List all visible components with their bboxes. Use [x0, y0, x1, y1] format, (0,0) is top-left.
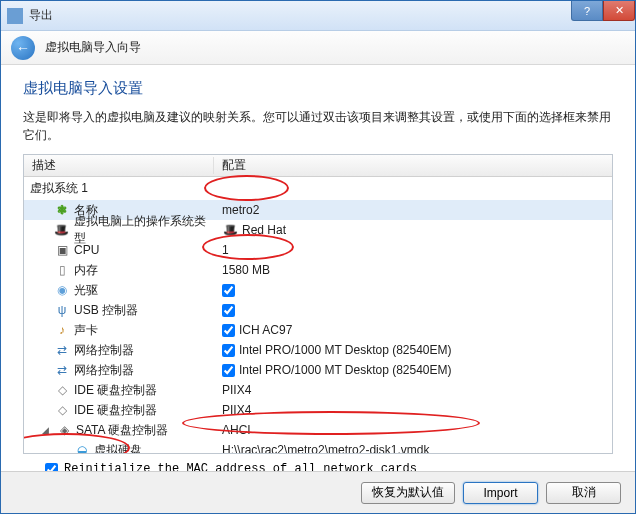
table-row[interactable]: ▣CPU1: [24, 240, 612, 260]
redhat-icon: 🎩: [54, 222, 70, 238]
row-value: metro2: [222, 203, 259, 217]
row-label: 网络控制器: [74, 362, 134, 379]
net-icon: ⇄: [54, 362, 70, 378]
page-description: 这是即将导入的虚拟电脑及建议的映射关系。您可以通过双击该项目来调整其设置，或使用…: [23, 108, 613, 144]
cpu-icon: ▣: [54, 242, 70, 258]
table-row[interactable]: 🎩虚拟电脑上的操作系统类型🎩Red Hat: [24, 220, 612, 240]
mem-icon: ▯: [54, 262, 70, 278]
row-value: PIIX4: [222, 403, 251, 417]
sound-icon: ♪: [54, 322, 70, 338]
table-row[interactable]: ⇄网络控制器Intel PRO/1000 MT Desktop (82540EM…: [24, 360, 612, 380]
net-icon: ⇄: [54, 342, 70, 358]
titlebar-text: 导出: [29, 7, 53, 24]
row-value: ICH AC97: [239, 323, 292, 337]
table-row[interactable]: ⇄网络控制器Intel PRO/1000 MT Desktop (82540EM…: [24, 340, 612, 360]
arrow-left-icon: ←: [16, 40, 30, 56]
app-icon: [7, 8, 23, 24]
row-value: PIIX4: [222, 383, 251, 397]
row-checkbox[interactable]: [222, 364, 235, 377]
page-title: 虚拟电脑导入设置: [23, 79, 613, 98]
wizard-title: 虚拟电脑导入向导: [45, 39, 141, 56]
table-row[interactable]: ◉光驱: [24, 280, 612, 300]
row-value: Red Hat: [242, 223, 286, 237]
expand-toggle-icon[interactable]: ◢: [40, 425, 50, 435]
row-checkbox[interactable]: [222, 324, 235, 337]
table-row[interactable]: ◒虚拟硬盘H:\\rac\rac2\metro2\metro2-disk1.vm…: [24, 440, 612, 454]
table-row[interactable]: ▯内存1580 MB: [24, 260, 612, 280]
row-value: Intel PRO/1000 MT Desktop (82540EM): [239, 343, 452, 357]
table-row[interactable]: ψUSB 控制器: [24, 300, 612, 320]
table-row[interactable]: ♪声卡ICH AC97: [24, 320, 612, 340]
settings-table: 描述 配置 虚拟系统 1 ❃名称metro2🎩虚拟电脑上的操作系统类型🎩Red …: [23, 154, 613, 454]
restore-defaults-button[interactable]: 恢复为默认值: [361, 482, 455, 504]
row-value: H:\\rac\rac2\metro2\metro2-disk1.vmdk: [222, 443, 429, 454]
row-checkbox[interactable]: [222, 284, 235, 297]
row-label: SATA 硬盘控制器: [76, 422, 168, 439]
import-button[interactable]: Import: [463, 482, 538, 504]
table-row[interactable]: ◇IDE 硬盘控制器PIIX4: [24, 380, 612, 400]
disk-icon: ◒: [74, 442, 90, 454]
row-label: IDE 硬盘控制器: [74, 402, 157, 419]
row-checkbox[interactable]: [222, 304, 235, 317]
col-config[interactable]: 配置: [214, 157, 612, 174]
table-row[interactable]: ◢◈SATA 硬盘控制器AHCI: [24, 420, 612, 440]
help-button[interactable]: ?: [571, 1, 603, 21]
row-label: USB 控制器: [74, 302, 138, 319]
button-bar: 恢复为默认值 Import 取消: [1, 471, 635, 513]
row-value: AHCI: [222, 423, 251, 437]
wizard-header: ← 虚拟电脑导入向导: [1, 31, 635, 65]
cancel-button[interactable]: 取消: [546, 482, 621, 504]
row-label: IDE 硬盘控制器: [74, 382, 157, 399]
row-checkbox[interactable]: [222, 344, 235, 357]
row-value: Intel PRO/1000 MT Desktop (82540EM): [239, 363, 452, 377]
redhat-icon: 🎩: [222, 222, 238, 238]
row-label: 内存: [74, 262, 98, 279]
row-label: 虚拟硬盘: [94, 442, 142, 455]
row-label: 声卡: [74, 322, 98, 339]
ide-icon: ◇: [54, 382, 70, 398]
back-button[interactable]: ←: [11, 36, 35, 60]
group-row[interactable]: 虚拟系统 1: [24, 177, 612, 200]
usb-icon: ψ: [54, 302, 70, 318]
col-description[interactable]: 描述: [24, 157, 214, 174]
cd-icon: ◉: [54, 282, 70, 298]
row-label: 网络控制器: [74, 342, 134, 359]
titlebar: 导出 ? ✕: [1, 1, 635, 31]
table-row[interactable]: ◇IDE 硬盘控制器PIIX4: [24, 400, 612, 420]
row-label: CPU: [74, 243, 99, 257]
close-button[interactable]: ✕: [603, 1, 635, 21]
sata-icon: ◈: [56, 422, 72, 438]
ide-icon: ◇: [54, 402, 70, 418]
row-value: 1580 MB: [222, 263, 270, 277]
row-value: 1: [222, 243, 229, 257]
row-label: 光驱: [74, 282, 98, 299]
